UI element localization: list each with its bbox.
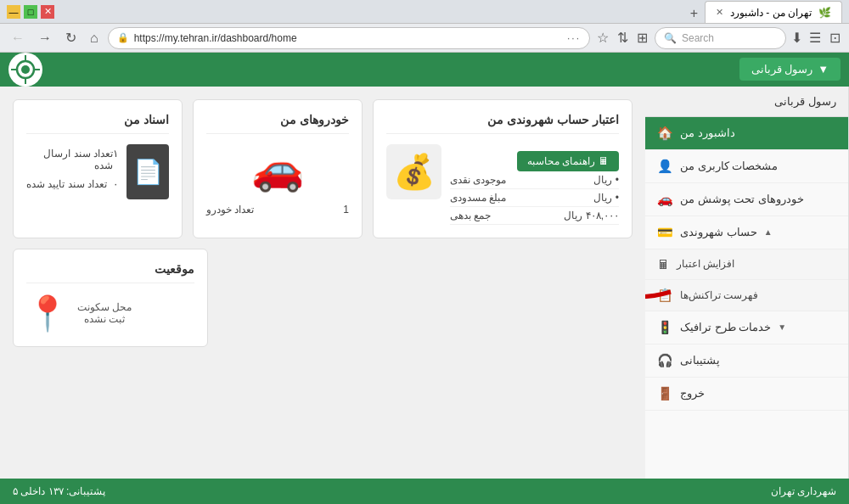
location-pin-icon: 📍	[26, 294, 69, 333]
headset-icon: 🎧	[657, 353, 673, 368]
documents-content: 📄 ۱ تعداد سند ارسال شده ۰ تعداد سند تایی…	[26, 144, 169, 199]
car-icon: 🚗	[657, 192, 673, 207]
forward-button[interactable]: →	[34, 29, 56, 48]
cash-label: موجودی نقدی	[450, 174, 506, 186]
svg-point-2	[21, 65, 30, 74]
coin-icon-wrap: 💰	[386, 144, 441, 199]
calc-button[interactable]: 🖩 راهنمای محاسبه	[517, 151, 619, 171]
logout-icon: 🚪	[657, 386, 673, 401]
coin-icon: 💰	[393, 152, 436, 192]
car-count-row: 1 تعداد خودرو	[206, 200, 349, 219]
credit-icon: 🖩	[657, 257, 670, 272]
address-menu-icon: ···	[567, 32, 581, 44]
sidebar-username-text: رسول قربانی	[774, 95, 836, 108]
tab-close-button[interactable]: ✕	[716, 7, 723, 18]
lock-icon: 🔒	[117, 32, 129, 43]
sidebar-item-profile[interactable]: مشخصات کاربری من 👤	[645, 150, 848, 183]
account-row-cash: • ریال موجودی نقدی	[450, 171, 619, 189]
active-tab[interactable]: 🌿 تهران من - داشبورد ✕	[705, 1, 842, 23]
cash-value: • ریال	[593, 174, 619, 186]
tab-favicon: 🌿	[818, 7, 831, 19]
sidebar-logout-label: خروج	[680, 387, 705, 400]
sync-icon[interactable]: ⇅	[616, 28, 630, 48]
location-card: موقعیت محل سکونت ثبت نشده 📍	[13, 249, 208, 347]
maximize-button[interactable]: □	[24, 5, 37, 19]
account-card-content: 🖩 راهنمای محاسبه • ریال موجودی نقدی • ری…	[386, 144, 619, 225]
collapse-up-icon: ▲	[764, 227, 773, 237]
car-count-label: تعداد خودرو	[206, 204, 254, 216]
calc-button-label: راهنمای محاسبه	[527, 155, 595, 167]
tehran-logo	[8, 53, 42, 87]
search-icon: 🔍	[664, 32, 677, 44]
blocked-value: • ریال	[593, 192, 619, 204]
doc-icon-wrap: 📄	[127, 144, 169, 199]
location-card-title: موقعیت	[26, 262, 194, 283]
sidebar-item-increase-credit[interactable]: افزایش اعتبار 🖩	[645, 249, 848, 280]
sidebar-item-traffic[interactable]: ▼ خدمات طرح ترافیک 🚦	[645, 311, 848, 344]
total-label: جمع بدهی	[450, 210, 491, 221]
new-tab-button[interactable]: +	[683, 4, 705, 23]
close-button[interactable]: ✕	[41, 5, 54, 19]
car-count-value: 1	[343, 204, 349, 216]
main-content: اعتبار حساب شهروندی من 🖩 راهنمای محاسبه …	[0, 87, 645, 479]
split-view-icon[interactable]: ⊡	[828, 28, 842, 48]
documents-card-title: اسناد من	[26, 113, 169, 134]
sidebar-dashboard-label: داشبورد من	[680, 126, 735, 139]
sidebar-user-name: رسول قربانی	[645, 87, 848, 117]
back-button[interactable]: ←	[7, 29, 29, 48]
location-content: محل سکونت ثبت نشده 📍	[26, 294, 194, 333]
address-bar[interactable]: 🔒 https://my.tehran.ir/dashboard/home ··…	[108, 27, 590, 49]
sidebar-item-transactions[interactable]: فهرست تراکنش‌ها 📋	[645, 280, 848, 311]
sidebar: رسول قربانی داشبورد من 🏠 مشخصات کاربری م…	[645, 87, 849, 479]
sidebar-item-cars[interactable]: خودروهای تحت پوشش من 🚗	[645, 183, 848, 216]
user-name-label: رسول قربانی	[751, 63, 813, 76]
cards-row-1: اعتبار حساب شهروندی من 🖩 راهنمای محاسبه …	[13, 99, 633, 238]
location-label-1: محل سکونت	[77, 301, 132, 313]
sidebar-item-logout[interactable]: خروج 🚪	[645, 378, 848, 411]
sidebar-item-support[interactable]: پشتیبانی 🎧	[645, 344, 848, 378]
extensions-icon[interactable]: ⊞	[635, 28, 649, 48]
dropdown-icon: ▼	[818, 63, 829, 76]
minimize-button[interactable]: —	[7, 5, 20, 19]
total-value: ۴۰۸,۰۰۰ ریال	[564, 210, 619, 221]
cars-card-title: خودروهای من	[206, 113, 349, 134]
sidebar-transactions-label: فهرست تراکنش‌ها	[680, 289, 758, 301]
bookmark-icon[interactable]: ☆	[595, 28, 610, 48]
location-label-2: ثبت نشده	[77, 313, 132, 325]
expand-icon: ▼	[778, 322, 786, 332]
account-row-total: ۴۰۸,۰۰۰ ریال جمع بدهی	[450, 207, 619, 225]
doc-confirmed-value: ۰	[113, 178, 118, 190]
car-icon-wrap: 🚗	[206, 144, 349, 193]
account-rows: 🖩 راهنمای محاسبه • ریال موجودی نقدی • ری…	[450, 144, 619, 225]
logo-area	[8, 53, 42, 87]
app-body: رسول قربانی داشبورد من 🏠 مشخصات کاربری م…	[0, 87, 849, 479]
footer-bar: شهرداری تهران پشتیبانی: ۱۳۷ داخلی ۵	[0, 479, 849, 504]
blocked-label: مبلغ مسدودی	[450, 192, 506, 204]
account-card: اعتبار حساب شهروندی من 🖩 راهنمای محاسبه …	[373, 99, 633, 238]
sidebar-support-label: پشتیبانی	[680, 354, 720, 367]
download-icon[interactable]: ⬇	[791, 30, 802, 46]
tab-area: 🌿 تهران من - داشبورد ✕ +	[683, 0, 842, 23]
window-controls: — □ ✕	[7, 5, 54, 19]
footer-left: شهرداری تهران	[771, 485, 836, 497]
doc-sent-label: تعداد سند ارسال شده	[26, 148, 113, 171]
sidebar-traffic-label: خدمات طرح ترافیک	[680, 321, 771, 333]
app-header: ▼ رسول قربانی	[0, 53, 849, 87]
browser-toolbar: ← → ↻ ⌂ 🔒 https://my.tehran.ir/dashboard…	[0, 24, 849, 53]
footer-right: پشتیبانی: ۱۳۷ داخلی ۵	[13, 485, 105, 497]
location-text: محل سکونت ثبت نشده	[77, 301, 132, 325]
sidebar-citizen-account-label: حساب شهروندی	[680, 226, 757, 238]
sidebar-cars-label: خودروهای تحت پوشش من	[680, 193, 804, 205]
wallet-icon: 💳	[657, 225, 673, 240]
refresh-button[interactable]: ↻	[61, 28, 81, 48]
reading-mode-icon[interactable]: ☰	[807, 28, 823, 48]
search-box[interactable]: 🔍 Search	[655, 27, 786, 49]
sidebar-item-dashboard[interactable]: داشبورد من 🏠	[645, 117, 848, 150]
account-card-title: اعتبار حساب شهروندی من	[386, 113, 619, 134]
sidebar-item-citizen-account[interactable]: ▲ حساب شهروندی 💳	[645, 216, 848, 249]
sidebar-profile-label: مشخصات کاربری من	[680, 160, 778, 172]
user-menu-button[interactable]: ▼ رسول قربانی	[739, 58, 841, 81]
doc-sent-value: ۱	[113, 148, 118, 171]
home-button[interactable]: ⌂	[86, 29, 103, 48]
sidebar-increase-credit-label: افزایش اعتبار	[677, 258, 734, 270]
